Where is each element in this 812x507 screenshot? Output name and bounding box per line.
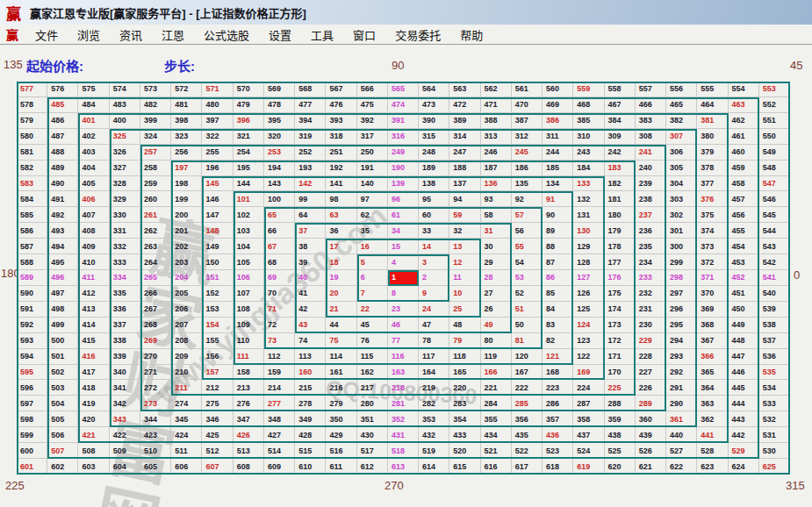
- menu-item-9[interactable]: 帮助: [450, 25, 492, 45]
- grid-cell: 471: [481, 97, 512, 113]
- grid-cell: 158: [234, 365, 264, 381]
- grid-cell: 625: [759, 459, 790, 475]
- grid-cell: 484: [78, 97, 109, 113]
- angle-label-90: 90: [392, 59, 404, 72]
- grid-cell: 327: [110, 161, 140, 176]
- grid-cell: 54: [512, 254, 543, 270]
- grid-cell: 155: [202, 333, 233, 349]
- menu-item-8[interactable]: 交易委托: [385, 25, 450, 45]
- grid-cell: 21: [326, 302, 356, 318]
- grid-cell: 295: [666, 318, 697, 333]
- grid-cell: 560: [543, 82, 573, 97]
- grid-cell: 469: [543, 97, 573, 113]
- grid-cell: 456: [729, 207, 759, 223]
- grid-cell: 596: [17, 380, 47, 396]
- angle-label-0: 0: [794, 268, 800, 282]
- grid-cell: 28: [481, 270, 512, 286]
- grid-cell: 95: [419, 191, 449, 207]
- menu-item-6[interactable]: 工具: [301, 25, 343, 45]
- grid-cell: 567: [326, 82, 356, 97]
- grid-cell: 146: [202, 191, 233, 207]
- grid-cell: 168: [543, 365, 573, 381]
- grid-cell: 270: [140, 349, 171, 365]
- grid-cell: 290: [666, 396, 697, 411]
- grid-cell: 387: [512, 113, 543, 129]
- grid-cell: 568: [295, 82, 326, 97]
- grid-cell: 379: [697, 145, 728, 161]
- app-logo-icon: 赢: [6, 2, 21, 24]
- grid-cell: 552: [759, 97, 790, 113]
- grid-cell: 490: [47, 176, 78, 192]
- grid-cell: 492: [47, 207, 78, 223]
- grid-cell: 61: [388, 207, 419, 223]
- grid-cell: 411: [78, 270, 109, 286]
- grid-cell: 123: [573, 333, 604, 349]
- grid-cell: 391: [388, 113, 419, 129]
- grid-cell: 362: [697, 411, 728, 427]
- grid-cell: 389: [449, 113, 480, 129]
- grid-cell: 162: [357, 365, 388, 381]
- grid-cell: 198: [171, 176, 202, 192]
- grid-cell: 93: [481, 191, 512, 207]
- grid-cell: 530: [759, 443, 790, 459]
- grid-cell: 462: [729, 113, 759, 129]
- grid-cell: 495: [47, 254, 78, 270]
- grid-cell: 293: [666, 349, 697, 365]
- grid-cell: 220: [449, 380, 480, 396]
- grid-cell: 239: [636, 176, 666, 192]
- grid-cell: 339: [110, 349, 140, 365]
- grid-cell: 350: [326, 411, 356, 427]
- grid-cell: 410: [78, 254, 109, 270]
- grid-cell: 459: [729, 161, 759, 176]
- grid-cell: 266: [140, 286, 171, 302]
- grid-cell: 69: [264, 270, 295, 286]
- grid-cell: 273: [140, 396, 171, 411]
- grid-cell: 454: [729, 239, 759, 254]
- grid-cell: 529: [729, 443, 759, 459]
- grid-cell: 65: [264, 207, 295, 223]
- grid-cell: 512: [202, 443, 233, 459]
- menu-item-1[interactable]: 浏览: [68, 25, 110, 45]
- grid-cell: 390: [419, 113, 449, 129]
- grid-cell: 589: [17, 270, 47, 286]
- grid-cell: 587: [17, 239, 47, 254]
- menu-item-2[interactable]: 资讯: [110, 25, 152, 45]
- grid-cell: 609: [264, 459, 295, 475]
- grid-cell: 193: [295, 161, 326, 176]
- menu-item-7[interactable]: 窗口: [343, 25, 385, 45]
- menu-item-3[interactable]: 江恩: [152, 25, 194, 45]
- grid-cell: 525: [605, 443, 636, 459]
- menu-item-5[interactable]: 设置: [259, 25, 301, 45]
- grid-cell: 409: [78, 239, 109, 254]
- grid-cell: 161: [326, 365, 356, 381]
- grid-cell: 373: [697, 239, 728, 254]
- grid-cell: 19: [326, 270, 356, 286]
- grid-cell: 100: [264, 191, 295, 207]
- grid-cell: 532: [759, 411, 790, 427]
- title-bar: 赢 赢家江恩专业版[赢家服务平台] - [上证指数价格正方形]: [0, 0, 812, 25]
- grid-cell: 615: [449, 459, 480, 475]
- grid-cell: 268: [140, 318, 171, 333]
- grid-cell: 488: [47, 145, 78, 161]
- grid-cell: 60: [419, 207, 449, 223]
- grid-cell: 321: [234, 129, 264, 145]
- grid-cell: 115: [357, 349, 388, 365]
- grid-cell: 75: [326, 333, 356, 349]
- grid-cell: 96: [388, 191, 419, 207]
- grid-cell: 298: [666, 270, 697, 286]
- grid-cell: 328: [110, 176, 140, 192]
- grid-cell: 385: [573, 113, 604, 129]
- grid-cell: 602: [47, 459, 78, 475]
- grid-cell: 125: [573, 302, 604, 318]
- grid-cell: 144: [234, 176, 264, 192]
- grid-cell: 99: [295, 191, 326, 207]
- grid-cell: 403: [78, 145, 109, 161]
- grid-cell: 36: [326, 223, 356, 239]
- grid-cell: 342: [110, 396, 140, 411]
- grid-cell: 47: [419, 318, 449, 333]
- grid-cell: 546: [759, 191, 790, 207]
- grid-cell: 192: [326, 161, 356, 176]
- menu-item-4[interactable]: 公式选股: [194, 25, 259, 45]
- grid-cell: 574: [110, 82, 140, 97]
- menu-item-0[interactable]: 文件: [25, 25, 68, 45]
